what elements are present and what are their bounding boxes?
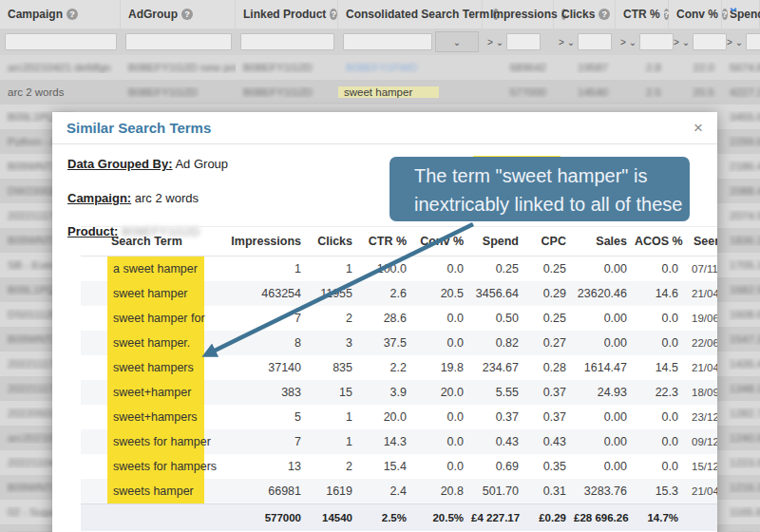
bg-cell-product: B08EFY1G2D (236, 86, 338, 98)
modal-cell-value: 0.37 (471, 405, 526, 429)
modal-cell-value: 0.0 (414, 256, 471, 282)
modal-cell-value: 2.2 (360, 355, 414, 380)
bg-table-row[interactable]: arc20210421 defdfgnB08EFY1G2D new proB08… (0, 55, 760, 80)
modal-cell-value: 23/12/2 (686, 405, 717, 429)
greater-than-icon[interactable]: > (727, 37, 732, 48)
modal-totals-cell: £28 696.26 (574, 504, 635, 532)
chevron-down-icon[interactable]: ⌄ (682, 37, 690, 48)
modal-col-header-acos[interactable]: ACOS % (635, 227, 686, 256)
modal-col-header-clicks[interactable]: Clicks (309, 227, 360, 256)
similar-term-row: sweet+hampers5120.00.00.370.370.000.023/… (81, 405, 717, 429)
bg-cell-spend: 1435.4 (722, 358, 760, 370)
modal-cell-gutter (81, 306, 104, 331)
bg-filter-impressions: >⌄ (483, 28, 554, 55)
modal-cell-value: 15/12/2 (686, 454, 717, 479)
modal-col-header-conv[interactable]: Conv % (414, 227, 471, 256)
modal-cell-value: 21/04/2 (686, 355, 717, 380)
modal-cell-value: 0.0 (635, 331, 686, 355)
bg-column-header-clicks[interactable]: Clicks? (554, 0, 616, 28)
modal-cell-value: 0.82 (471, 331, 526, 355)
modal-cell-value: 0.35 (526, 454, 574, 479)
modal-cell-search-term: sweet hampers (104, 355, 225, 380)
bg-cell-ctr: 2.5 (616, 86, 669, 98)
chevron-down-icon[interactable]: ⌄ (567, 37, 575, 48)
similar-term-row: sweet hamper463254119552.620.53456.640.2… (81, 281, 717, 306)
impressions-filter-input[interactable] (506, 33, 541, 50)
modal-cell-value: 0.25 (471, 256, 526, 282)
bg-cell-spend: 1682.9 (722, 284, 760, 295)
modal-cell-value: 383 (225, 380, 309, 405)
modal-col-header-spend[interactable]: Spend (471, 227, 526, 256)
modal-cell-value: 07/11/2 (686, 256, 717, 282)
chevron-down-icon[interactable]: ⌄ (496, 37, 504, 48)
chevron-down-icon[interactable]: ⌄ (629, 37, 636, 48)
bg-column-header-impressions[interactable]: Impressions? (483, 0, 554, 28)
bg-column-header-adgroup[interactable]: AdGroup? (121, 0, 236, 28)
linked-product-filter-input[interactable] (240, 33, 334, 50)
bg-column-header-linked-product[interactable]: Linked Product? (236, 0, 338, 28)
close-icon[interactable]: × (694, 120, 703, 136)
chevron-down-icon[interactable]: ⌄ (735, 37, 743, 48)
modal-title: Similar Search Terms (66, 120, 211, 136)
modal-cell-value: 0.29 (526, 281, 574, 306)
modal-totals-cell: 14.7% (635, 504, 686, 532)
campaign-line: Campaign: arc 2 words (67, 191, 199, 205)
help-icon[interactable]: ? (181, 9, 193, 20)
bg-cell-spend: 2186.4 (722, 161, 760, 172)
bg-cell-campaign: arc 2 words (0, 86, 121, 98)
modal-col-header-ctr[interactable]: CTR % (360, 227, 414, 256)
modal-cell-value: 37.5 (360, 331, 414, 355)
greater-than-icon[interactable]: > (487, 37, 493, 48)
bg-column-header-conv[interactable]: Conv %? (669, 0, 722, 28)
modal-cell-value: 0.0 (635, 454, 686, 479)
modal-cell-value: 835 (309, 355, 360, 380)
modal-col-header-sales[interactable]: Sales (574, 227, 635, 256)
modal-cell-value: 0.43 (471, 429, 526, 454)
modal-cell-value: 66981 (225, 479, 309, 504)
bg-column-label: CTR % (623, 8, 660, 21)
bg-column-header-campaign[interactable]: Campaign? (0, 0, 121, 28)
greater-than-icon[interactable]: > (620, 37, 626, 48)
modal-col-header-cpc[interactable]: CPC (526, 227, 574, 256)
modal-cell-value: 1 (309, 256, 360, 282)
modal-cell-gutter (81, 429, 104, 454)
modal-col-header-impressions[interactable]: Impressions (225, 227, 309, 256)
modal-cell-value: 0.00 (574, 331, 635, 355)
background-table-header: Campaign?AdGroup?Linked Product?Consolid… (0, 0, 760, 29)
modal-cell-gutter (81, 281, 104, 306)
bg-column-label: Campaign (8, 8, 63, 21)
similar-term-row: sweet hamper.8337.50.00.820.270.000.022/… (81, 331, 717, 355)
modal-col-header-search-term[interactable]: Search Term (104, 227, 225, 256)
modal-cell-value: 23620.46 (574, 281, 635, 306)
modal-cell-value: 1614.47 (574, 355, 635, 380)
greater-than-icon[interactable]: > (674, 37, 679, 48)
column-menu-chevron-icon[interactable]: ⌄ (728, 0, 739, 14)
modal-cell-value: 0.0 (635, 256, 686, 282)
modal-col-header-seen-be[interactable]: Seen Be (686, 227, 717, 256)
grouped-by-label: Data Grouped By: (67, 157, 173, 171)
modal-cell-value: 19/06/2 (686, 306, 717, 331)
bg-filter-ctr: >⌄ (616, 28, 669, 55)
bg-cell-conv: 20.5 (669, 86, 722, 98)
campaign-filter-input[interactable] (5, 33, 117, 50)
consolidated-search-term-filter-input[interactable] (343, 33, 432, 50)
spend-filter-input[interactable] (746, 33, 760, 50)
bg-cell-search-term[interactable]: B08EFY1FWD (338, 62, 483, 73)
bg-cell-spend: 1348.1 (722, 383, 760, 394)
modal-cell-value: 15.4 (360, 454, 414, 479)
consolidated-search-term-filter-select[interactable]: ⌄ (435, 31, 479, 52)
bg-column-header-ctr[interactable]: CTR %? (616, 0, 669, 28)
clicks-filter-input[interactable] (578, 33, 612, 50)
help-icon[interactable]: ? (330, 9, 337, 20)
greater-than-icon[interactable]: > (559, 37, 564, 48)
modal-cell-value: 5 (225, 405, 309, 429)
bg-table-row[interactable]: arc 2 wordsB08EFY1G2DB08EFY1G2Dsweet ham… (0, 80, 760, 104)
help-icon[interactable]: ? (66, 9, 78, 20)
bg-cell-spend: 4227.1 (722, 86, 760, 98)
modal-cell-value: 21/04/2 (686, 479, 717, 504)
help-icon[interactable]: ? (598, 9, 610, 20)
modal-cell-value: 0.31 (526, 479, 574, 504)
bg-column-header-consolidated-search-term[interactable]: Consolidated Search Term? (338, 0, 483, 28)
adgroup-filter-input[interactable] (125, 33, 232, 50)
modal-totals-cell (686, 504, 717, 532)
